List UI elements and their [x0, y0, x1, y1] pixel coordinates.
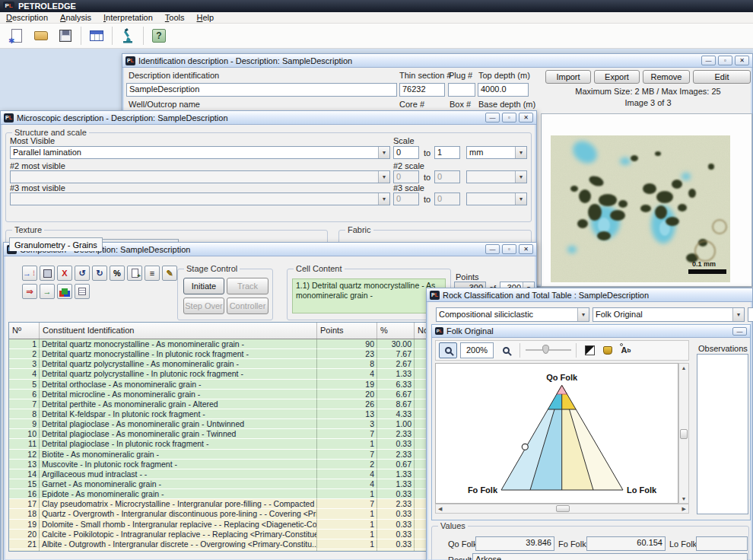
- table-row[interactable]: 6Detrital microcline - As monomineralic …: [9, 390, 427, 399]
- initiate-button[interactable]: Initiate: [183, 278, 224, 294]
- contrast-icon[interactable]: [582, 342, 597, 358]
- menu-help[interactable]: Help: [191, 13, 221, 22]
- table-row[interactable]: 13Muscovite - In plutonic rock fragment …: [9, 460, 427, 469]
- description-identification-field[interactable]: SampleDescription: [126, 83, 397, 97]
- table-row[interactable]: 20Calcite - Poikilotopic - Intragranular…: [9, 530, 427, 539]
- table-row[interactable]: 18Quartz - Overgrowth - Intergranular di…: [9, 509, 427, 519]
- edit-pencil-icon[interactable]: ✎: [162, 266, 177, 281]
- new-cell-icon[interactable]: +: [127, 266, 142, 281]
- table-row[interactable]: 10Detrital plagioclase - As monominerali…: [9, 429, 427, 439]
- rock-classification-titlebar[interactable]: PL Rock Classification and Total Table :…: [427, 288, 752, 302]
- menu-tools[interactable]: Tools: [159, 13, 191, 22]
- tab-granulometry-grains[interactable]: Granulometry - Grains: [9, 237, 103, 251]
- save-icon[interactable]: [56, 27, 75, 45]
- plug-field[interactable]: [448, 83, 475, 97]
- restore-icon[interactable]: ▫: [718, 56, 732, 65]
- table-row[interactable]: 16Epidote - As monomineralic grain -10.3…: [9, 489, 427, 499]
- save-icon[interactable]: [40, 266, 55, 281]
- import-button[interactable]: Import: [545, 70, 591, 84]
- edit-button[interactable]: Edit: [693, 70, 751, 84]
- table-row[interactable]: 12Biotite - As monomineralic grain -72.3…: [9, 450, 427, 460]
- minimize-icon[interactable]: —: [485, 113, 500, 123]
- column-header[interactable]: Nº: [9, 323, 40, 339]
- column-header[interactable]: %: [377, 323, 415, 339]
- dropdown-arrow-icon[interactable]: ▾: [732, 308, 744, 321]
- layers-icon[interactable]: [57, 284, 72, 299]
- diagram-type-dropdown[interactable]: Folk Original ▾: [593, 307, 745, 322]
- table-row[interactable]: 22Albite - Microcrystalline - Intergranu…: [9, 549, 427, 551]
- scale-to-field[interactable]: 1: [434, 146, 460, 159]
- second-unit-dropdown[interactable]: ▾: [466, 170, 527, 183]
- text-label-icon[interactable]: Ab: [618, 342, 634, 358]
- zoom-out-button[interactable]: [497, 342, 515, 358]
- dropdown-arrow-icon[interactable]: ▾: [577, 308, 589, 321]
- export-constituent-icon[interactable]: ⇒: [22, 284, 37, 299]
- table-row[interactable]: 9Detrital plagioclase - As monomineralic…: [9, 419, 427, 429]
- diagram-vscrollbar[interactable]: ▲ ▼: [678, 363, 689, 504]
- menu-description[interactable]: Description: [0, 13, 54, 22]
- import-constituent-icon[interactable]: →: [40, 284, 55, 299]
- column-header[interactable]: Constituent Identification: [40, 323, 317, 339]
- identification-titlebar[interactable]: PL Identification description - Descript…: [122, 54, 752, 68]
- zoom-slider-thumb[interactable]: [542, 345, 549, 354]
- delete-icon[interactable]: X: [57, 266, 72, 281]
- table-row[interactable]: 14Argillaceous mud intraclast - -41.33: [9, 469, 427, 479]
- table-row[interactable]: 11Detrital plagioclase - In plutonic roc…: [9, 439, 427, 449]
- undo-icon[interactable]: ↺: [75, 266, 90, 281]
- third-visible-dropdown[interactable]: ▾: [10, 192, 390, 205]
- second-visible-dropdown[interactable]: ▾: [10, 170, 390, 183]
- data-table-icon[interactable]: [87, 27, 106, 45]
- microscopic-titlebar[interactable]: PL Microscopic description - Description…: [1, 111, 536, 125]
- scroll-left-icon[interactable]: ◀: [438, 506, 442, 512]
- third-unit-dropdown[interactable]: ▾: [466, 192, 527, 205]
- percent-icon[interactable]: %: [110, 266, 125, 281]
- menu-analysis[interactable]: Analysis: [54, 13, 97, 22]
- export-button[interactable]: Export: [594, 70, 640, 84]
- dropdown-arrow-icon[interactable]: ▾: [515, 147, 526, 158]
- table-row[interactable]: 21Albite - Outgrowth - Intergranular dis…: [9, 539, 427, 549]
- folk-original-titlebar[interactable]: PL Folk Original —: [432, 325, 750, 338]
- classification-system-dropdown[interactable]: Compositional siliciclastic ▾: [436, 307, 589, 322]
- table-row[interactable]: 15Garnet - As monomineralic grain -41.33: [9, 479, 427, 489]
- zoom-level-field[interactable]: 200%: [460, 342, 494, 358]
- minimize-icon[interactable]: —: [732, 327, 747, 336]
- app-titlebar[interactable]: PL PETROLEDGE: [0, 0, 753, 12]
- scroll-down-icon[interactable]: ▼: [679, 496, 688, 501]
- dropdown-arrow-icon[interactable]: ▾: [378, 193, 389, 205]
- scroll-up-icon[interactable]: ▲: [679, 365, 688, 371]
- close-icon[interactable]: ✕: [519, 113, 533, 123]
- hscroll-thumb[interactable]: [556, 505, 570, 512]
- most-visible-dropdown[interactable]: Parallel lamination ▾: [10, 146, 390, 159]
- dropdown-arrow-icon[interactable]: ▾: [515, 171, 526, 183]
- redo-icon[interactable]: ↻: [92, 266, 107, 281]
- help-icon[interactable]: ?: [150, 27, 168, 45]
- zoom-in-button[interactable]: [439, 342, 457, 358]
- top-depth-field[interactable]: 4000.0: [478, 83, 529, 97]
- table-row[interactable]: 5Detrital orthoclase - As monomineralic …: [9, 380, 427, 390]
- open-folder-icon[interactable]: [32, 27, 50, 45]
- scale-from-field[interactable]: 0: [393, 146, 419, 159]
- thin-section-field[interactable]: 76232: [399, 83, 445, 97]
- table-row[interactable]: 2Detrital quartz monocrystalline - In pl…: [9, 349, 427, 359]
- count-point-icon[interactable]: →⋮: [22, 266, 37, 281]
- dropdown-arrow-icon[interactable]: ▾: [378, 147, 389, 158]
- table-row[interactable]: 3Detrital quartz polycrystalline - As mo…: [9, 359, 427, 369]
- fill-color-icon[interactable]: [600, 342, 615, 358]
- dropdown-arrow-icon[interactable]: ▾: [515, 193, 526, 205]
- minimize-icon[interactable]: —: [485, 244, 500, 254]
- dropdown-arrow-icon[interactable]: ▾: [378, 171, 389, 183]
- table-row[interactable]: 8Detrital K-feldspar - In plutonic rock …: [9, 409, 427, 419]
- menu-interpretation[interactable]: Interpretation: [97, 13, 159, 22]
- observations-textarea[interactable]: [697, 354, 748, 514]
- restore-icon[interactable]: ▫: [502, 244, 516, 254]
- properties-icon[interactable]: [75, 284, 90, 299]
- close-icon[interactable]: ✕: [519, 244, 533, 254]
- table-row[interactable]: 7Detrital perthite - As monomineralic gr…: [9, 399, 427, 409]
- list-icon[interactable]: ≡: [145, 266, 160, 281]
- diagram-hscrollbar[interactable]: ◀ ▶: [435, 504, 689, 514]
- scroll-right-icon[interactable]: ▶: [682, 506, 686, 512]
- scale-unit-dropdown[interactable]: mm ▾: [466, 146, 527, 159]
- vscroll-thumb[interactable]: [680, 429, 688, 439]
- restore-icon[interactable]: ▫: [502, 113, 516, 123]
- table-row[interactable]: 4Detrital quartz polycrystalline - In pl…: [9, 369, 427, 379]
